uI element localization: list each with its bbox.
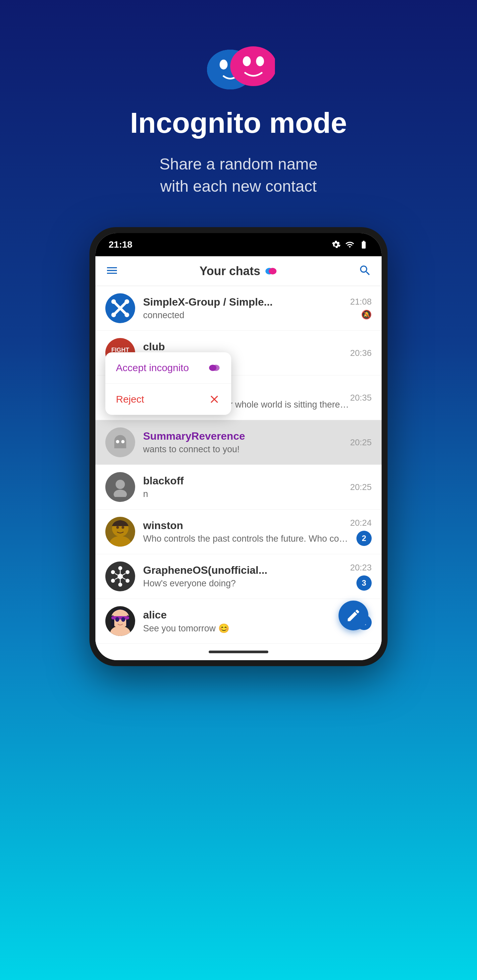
- chat-info-blackoff: blackoff n: [143, 475, 350, 499]
- phone-screen: 21:18 Your chats: [96, 233, 381, 660]
- battery-icon: [359, 240, 369, 249]
- chat-name-summary: SummaryReverence: [143, 430, 350, 442]
- svg-point-34: [118, 583, 122, 587]
- accept-incognito-label: Accept incognito: [116, 362, 189, 374]
- status-time: 21:18: [108, 239, 132, 250]
- svg-point-21: [121, 440, 124, 443]
- alice-avatar: [105, 606, 135, 636]
- avatar-alice: [105, 606, 135, 636]
- svg-point-11: [111, 299, 116, 304]
- hero-title: Incognito mode: [130, 106, 347, 140]
- svg-point-25: [113, 490, 127, 497]
- status-icons: [331, 240, 369, 249]
- app-bar-title: Your chats: [199, 264, 277, 278]
- svg-point-29: [121, 526, 124, 529]
- avatar-winston: [105, 517, 135, 547]
- chat-preview-graphene: How's everyone doing?: [143, 578, 350, 589]
- svg-point-35: [111, 579, 115, 583]
- svg-point-12: [124, 299, 129, 304]
- masks-logo: [202, 40, 275, 93]
- chat-info-graphene: GrapheneOS(unofficial... How's everyone …: [143, 564, 350, 589]
- chat-list: SimpleX-Group / Simple... connected 21:0…: [96, 286, 381, 644]
- svg-point-24: [116, 480, 125, 489]
- hero-section: Incognito mode Share a random name with …: [0, 0, 477, 197]
- reject-label: Reject: [116, 394, 144, 405]
- chat-info-winston: winston Who controls the past controls t…: [143, 519, 350, 544]
- badge-winston: 2: [356, 531, 372, 546]
- svg-point-8: [269, 268, 276, 274]
- graphene-avatar: [108, 565, 132, 588]
- compose-fab[interactable]: [338, 601, 369, 630]
- chat-item-summary[interactable]: SummaryReverence wants to connect to you…: [96, 420, 381, 465]
- svg-rect-47: [111, 616, 129, 619]
- app-bar: Your chats: [96, 256, 381, 286]
- reject-item[interactable]: Reject: [105, 384, 231, 415]
- svg-point-13: [111, 313, 116, 317]
- chat-meta-graphene: 20:23 3: [350, 563, 372, 591]
- chat-name-club: club: [143, 341, 350, 353]
- chat-meta-simplex: 21:08 🔕: [350, 297, 372, 320]
- svg-point-31: [118, 566, 122, 570]
- search-button[interactable]: [358, 264, 372, 278]
- chat-item-winston[interactable]: winston Who controls the past controls t…: [96, 509, 381, 554]
- chat-item-alice[interactable]: alice See you tomorrow 😊 2: [96, 599, 381, 644]
- chat-info-summary: SummaryReverence wants to connect to you…: [143, 430, 350, 455]
- chat-name-winston: winston: [143, 519, 350, 532]
- chat-name-graphene: GrapheneOS(unofficial...: [143, 564, 350, 576]
- edit-pencil-icon: [346, 608, 361, 623]
- popup-overlay: Accept incognito Reject: [105, 352, 231, 415]
- winston-avatar: [105, 517, 135, 547]
- svg-point-6: [256, 56, 264, 66]
- svg-point-36: [111, 570, 115, 574]
- masks-popup-icon: [208, 361, 221, 374]
- phone-mockup: 21:18 Your chats: [89, 227, 388, 666]
- status-bar: 21:18: [96, 233, 381, 256]
- home-bar: [209, 651, 268, 653]
- svg-point-14: [124, 313, 129, 317]
- avatar-blackoff: [105, 472, 135, 502]
- home-indicator: [96, 644, 381, 660]
- badge-graphene: 3: [356, 576, 372, 591]
- svg-point-27: [110, 536, 131, 547]
- blackoff-avatar: [110, 477, 130, 497]
- chat-meta-summary: 20:25: [350, 438, 372, 448]
- settings-icon: [331, 240, 341, 249]
- chat-meta-winston: 20:24 2: [350, 518, 372, 546]
- close-icon: [208, 393, 221, 406]
- avatar-simplex: [105, 293, 135, 323]
- chat-preview-blackoff: n: [143, 489, 350, 499]
- chat-info-simplex: SimpleX-Group / Simple... connected: [143, 296, 350, 320]
- chat-item-blackoff[interactable]: blackoff n 20:25: [96, 465, 381, 509]
- svg-point-28: [116, 526, 119, 529]
- svg-point-2: [220, 60, 228, 70]
- svg-point-44: [110, 626, 130, 636]
- chat-preview-simplex: connected: [143, 310, 350, 320]
- ghost-avatar: [110, 433, 130, 452]
- chat-preview-alice: See you tomorrow 😊: [143, 623, 356, 634]
- svg-point-33: [126, 579, 129, 583]
- status-notch: [222, 233, 255, 250]
- avatar-graphene: [105, 562, 135, 591]
- chat-preview-winston: Who controls the past controls the futur…: [143, 534, 350, 544]
- simplex-logo: [110, 298, 130, 318]
- svg-point-20: [116, 440, 119, 443]
- svg-point-4: [230, 46, 275, 86]
- wifi-icon: [345, 240, 355, 249]
- phone-frame: 21:18 Your chats: [89, 227, 388, 666]
- chat-name-alice: alice: [143, 609, 356, 621]
- chat-info-alice: alice See you tomorrow 😊: [143, 609, 356, 634]
- chat-preview-summary: wants to connect to you!: [143, 444, 350, 455]
- svg-point-32: [126, 570, 129, 574]
- chat-meta-club: 20:36: [350, 348, 372, 358]
- chat-meta-blackoff: 20:25: [350, 482, 372, 492]
- svg-point-49: [121, 617, 125, 622]
- mute-icon-simplex: 🔕: [361, 310, 372, 320]
- accept-incognito-item[interactable]: Accept incognito: [105, 352, 231, 384]
- chat-meta-cyberbob: 20:35: [350, 393, 372, 403]
- avatar-summary: [105, 428, 135, 457]
- chat-item-simplex[interactable]: SimpleX-Group / Simple... connected 21:0…: [96, 286, 381, 331]
- svg-point-23: [212, 365, 220, 371]
- menu-button[interactable]: [105, 264, 119, 278]
- chat-name-simplex: SimpleX-Group / Simple...: [143, 296, 350, 308]
- chat-item-graphene[interactable]: GrapheneOS(unofficial... How's everyone …: [96, 554, 381, 599]
